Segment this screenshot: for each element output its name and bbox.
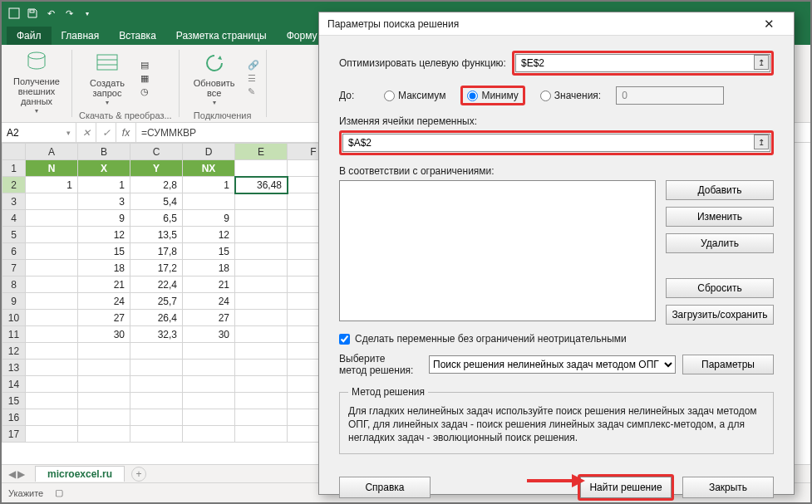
cell[interactable]: 32,3 — [130, 326, 183, 343]
col-header-D[interactable]: D — [183, 144, 235, 160]
cell[interactable] — [26, 227, 78, 243]
cell[interactable] — [183, 343, 235, 360]
col-header-A[interactable]: A — [26, 144, 78, 160]
edit-constraint-button[interactable]: Изменить — [666, 207, 774, 227]
tab-nav-next-icon[interactable]: ▶ — [17, 468, 25, 480]
cell[interactable] — [235, 293, 288, 310]
cell[interactable]: 17,2 — [130, 260, 183, 276]
cell[interactable] — [26, 409, 78, 426]
cell[interactable]: 24 — [78, 293, 130, 310]
row-header-8[interactable]: 8 — [2, 276, 26, 293]
row-header-17[interactable]: 17 — [2, 426, 26, 443]
row-header-5[interactable]: 5 — [2, 227, 26, 243]
row-header-15[interactable]: 15 — [2, 393, 26, 409]
cell[interactable] — [235, 376, 288, 393]
options-button[interactable]: Параметры — [682, 355, 774, 374]
save-icon[interactable] — [23, 4, 42, 22]
constraints-list[interactable] — [339, 180, 656, 321]
cell[interactable] — [78, 376, 130, 393]
col-header-E[interactable]: E — [235, 144, 288, 160]
add-sheet-button[interactable]: + — [131, 467, 146, 482]
name-box[interactable]: A2 ▾ — [2, 123, 76, 142]
cell[interactable] — [26, 426, 78, 443]
row-header-6[interactable]: 6 — [2, 243, 26, 260]
cell[interactable] — [130, 393, 183, 409]
row-header-13[interactable]: 13 — [2, 360, 26, 376]
collapse-dialog-icon[interactable]: ↥ — [754, 55, 769, 70]
cell[interactable]: 18 — [183, 260, 235, 276]
qat-dropdown-icon[interactable]: ▾ — [78, 4, 96, 22]
tab-nav-prev-icon[interactable]: ◀ — [8, 468, 16, 480]
redo-icon[interactable]: ↷ — [60, 4, 78, 22]
enter-icon[interactable]: ✓ — [96, 123, 116, 142]
tab-insert[interactable]: Вставка — [109, 27, 166, 45]
cell[interactable] — [235, 326, 288, 343]
cell[interactable]: X — [78, 160, 130, 177]
cell[interactable]: 9 — [78, 210, 130, 227]
help-button[interactable]: Справка — [339, 477, 431, 498]
radio-max[interactable]: Максимум — [384, 90, 445, 101]
row-header-1[interactable]: 1 — [2, 160, 26, 177]
cell[interactable]: 36,48 — [235, 177, 288, 193]
cell[interactable] — [235, 260, 288, 276]
refresh-all-button[interactable]: Обновить все ▾ — [186, 50, 243, 107]
radio-value[interactable]: Значения: — [540, 90, 601, 101]
nonneg-checkbox[interactable]: Сделать переменные без ограничений неотр… — [339, 333, 774, 345]
chevron-down-icon[interactable]: ▾ — [66, 129, 71, 137]
delete-constraint-button[interactable]: Удалить — [666, 233, 774, 253]
cell[interactable] — [235, 276, 288, 293]
row-header-4[interactable]: 4 — [2, 210, 26, 227]
cell[interactable] — [26, 260, 78, 276]
cell[interactable]: 22,4 — [130, 276, 183, 293]
from-table-button[interactable]: ▦ — [140, 73, 149, 84]
cell[interactable] — [26, 393, 78, 409]
cell[interactable] — [78, 426, 130, 443]
row-header-16[interactable]: 16 — [2, 409, 26, 426]
cell[interactable] — [235, 343, 288, 360]
undo-icon[interactable]: ↶ — [42, 4, 60, 22]
col-header-B[interactable]: B — [78, 144, 130, 160]
collapse-dialog-icon[interactable]: ↥ — [754, 135, 769, 149]
cell[interactable]: 25,7 — [130, 293, 183, 310]
connections-icon[interactable]: 🔗 — [248, 60, 259, 71]
cell[interactable]: 3 — [78, 193, 130, 210]
tab-layout[interactable]: Разметка страницы — [166, 27, 277, 45]
fx-icon[interactable]: fx — [116, 123, 136, 142]
cell[interactable]: 30 — [183, 326, 235, 343]
cell[interactable]: 5,4 — [130, 193, 183, 210]
sheet-tab-active[interactable]: microexcel.ru — [35, 466, 125, 482]
cell[interactable] — [235, 310, 288, 326]
row-header-7[interactable]: 7 — [2, 260, 26, 276]
solve-button[interactable]: Найти решение — [580, 477, 672, 498]
row-header-9[interactable]: 9 — [2, 293, 26, 310]
add-constraint-button[interactable]: Добавить — [666, 180, 774, 200]
cell[interactable]: 1 — [183, 177, 235, 193]
cell[interactable] — [235, 227, 288, 243]
method-select[interactable]: Поиск решения нелинейных задач методом О… — [429, 355, 676, 374]
load-save-button[interactable]: Загрузить/сохранить — [666, 305, 774, 325]
cell[interactable] — [183, 193, 235, 210]
cell[interactable]: 15 — [78, 243, 130, 260]
objective-input[interactable] — [515, 54, 770, 72]
cell[interactable] — [78, 409, 130, 426]
cell[interactable] — [130, 376, 183, 393]
row-header-3[interactable]: 3 — [2, 193, 26, 210]
external-data-button[interactable]: Получение внешних данных ▾ — [8, 48, 65, 115]
cell[interactable]: 1 — [26, 177, 78, 193]
cell[interactable]: 21 — [78, 276, 130, 293]
row-header-2[interactable]: 2 — [2, 177, 26, 193]
cell[interactable] — [78, 343, 130, 360]
row-header-11[interactable]: 11 — [2, 326, 26, 343]
cell[interactable] — [26, 243, 78, 260]
cancel-icon[interactable]: ✕ — [76, 123, 96, 142]
cell[interactable]: 21 — [183, 276, 235, 293]
row-header-12[interactable]: 12 — [2, 343, 26, 360]
cell[interactable] — [235, 193, 288, 210]
cell[interactable] — [235, 426, 288, 443]
cell[interactable] — [235, 160, 288, 177]
cell[interactable]: 27 — [183, 310, 235, 326]
properties-icon[interactable]: ☰ — [248, 73, 259, 84]
cell[interactable] — [130, 426, 183, 443]
cell[interactable]: 18 — [78, 260, 130, 276]
recent-button[interactable]: ◷ — [140, 86, 149, 97]
